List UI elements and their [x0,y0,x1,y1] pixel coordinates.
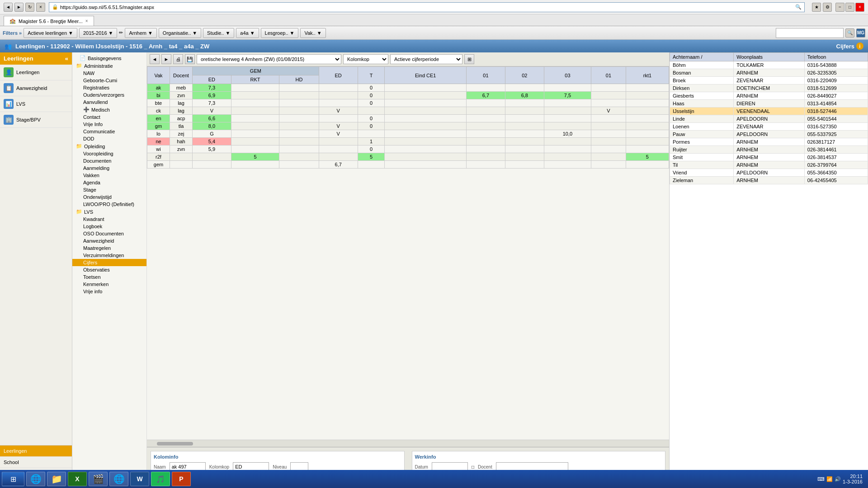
hscroll-thumb[interactable] [157,442,193,446]
sidebar-item-aanwezigheid[interactable]: 📋 Aanwezigheid [0,80,72,96]
save-button[interactable]: 💾 [185,54,195,64]
organisation-dropdown[interactable]: Organisatie.. ▼ [159,28,201,38]
tree-administratie[interactable]: 📁 Administratie [72,62,146,70]
tree-geboorte[interactable]: Geboorte-Cumi [72,77,146,84]
grades-hscrollbar[interactable] [147,440,669,447]
tree-onderwijstijd[interactable]: Onderwijstijd [72,193,146,201]
table-row[interactable]: wi zvn 5,9 0 [147,145,669,153]
tree-documenten[interactable]: Documenten [72,157,146,164]
taskbar-excel-icon[interactable]: X [68,472,87,486]
tree-ouders[interactable]: Ouders/verzorgers [72,91,146,99]
taskbar-spotify-icon[interactable]: 🎵 [151,472,170,486]
tree-basisgegevens[interactable]: 📄 Basisgegevens [72,54,146,62]
sidebar-item-lvs[interactable]: 📊 LVS [0,96,72,112]
period-dropdown[interactable]: Actieve cijferperiode [390,54,462,64]
taskbar-explorer-icon[interactable]: 📁 [47,472,66,486]
start-button[interactable]: ⊞ [2,472,24,486]
list-item[interactable]: Ruijter ARNHEM 026-3814461 [670,146,868,154]
grid-view-button[interactable]: ⊞ [464,54,474,64]
tree-contact[interactable]: Contact [72,113,146,121]
tree-opleiding[interactable]: 📁 Opleiding [72,142,146,150]
tree-vooropleiding[interactable]: Vooropleiding [72,150,146,157]
taskbar-word-icon[interactable]: W [130,472,149,486]
print-button[interactable]: 🖨 [173,54,183,64]
tree-naw[interactable]: NAW [72,70,146,77]
tree-aanwezigheid[interactable]: Aanwezigheid [72,237,146,244]
sidebar-bottom-school[interactable]: School [0,457,72,468]
browser-tab[interactable]: 🏫 Magister 5.6 - Bregtje Meer... × [4,16,94,26]
grades-table-container[interactable]: Vak Docent GEM ED T Eind CE1 01 02 03 01… [147,66,669,440]
tree-communicatie[interactable]: Communicatie [72,128,146,135]
table-row[interactable]: bi zvn 6,9 0 6,7 6,8 7,5 [147,92,669,99]
table-row[interactable]: ak meb 7,3 0 [147,84,669,92]
list-item[interactable]: Giesberts ARNHEM 026-8449027 [670,92,868,100]
list-item[interactable]: Bosman ARNHEM 026-3235305 [670,69,868,77]
settings-icon[interactable]: ⚙ [823,3,832,12]
table-row[interactable]: gem 6,7 [147,161,669,169]
sidebar-item-stage[interactable]: 🏢 Stage/BPV [0,112,72,128]
back-button[interactable]: ◄ [4,3,13,12]
refresh-button[interactable]: ↻ [25,3,34,12]
minimize-button[interactable]: − [835,3,844,12]
course-dropdown[interactable]: oretische leerweg 4 Arnhem (ZW) (01/08/2… [197,54,341,64]
favorites-icon[interactable]: ★ [812,3,821,12]
list-item[interactable]: Smit ARNHEM 026-3814537 [670,154,868,161]
study-dropdown[interactable]: Studie.. ▼ [203,28,234,38]
tree-vrije-info[interactable]: Vrije Info [72,121,146,128]
lesgroup-dropdown[interactable]: Lesgroep.. ▼ [261,28,299,38]
sidebar-bottom-leerlingen[interactable]: Leerlingen [0,446,72,457]
tree-aanvullend[interactable]: Aanvullend [72,99,146,106]
table-row[interactable]: bte lag 7,3 0 [147,99,669,107]
list-item[interactable]: Böhm TOLKAMER 0316-543888 [670,61,868,69]
list-item[interactable]: Broek ZEVENAAR 0316-220409 [670,77,868,84]
active-students-dropdown[interactable]: Actieve leerlingen ▼ [24,28,77,38]
taskbar-chrome-icon[interactable]: 🌐 [109,472,128,486]
col-telefoon[interactable]: Telefoon [804,53,868,61]
tree-registraties[interactable]: Registraties [72,84,146,91]
tree-aanmelding[interactable]: Aanmelding [72,164,146,172]
table-row[interactable]: lo zej G V 10,0 [147,130,669,138]
subject-dropdown[interactable]: Vak.. ▼ [300,28,326,38]
tree-vakken[interactable]: Vakken [72,172,146,179]
address-bar[interactable]: 🔒 https://guido.swp.nl/5.6.51.5/magister… [49,2,805,12]
tree-agenda[interactable]: Agenda [72,179,146,186]
tab-close-button[interactable]: × [85,19,88,23]
list-item[interactable]: Til ARNHEM 026-3799764 [670,161,868,169]
table-row[interactable]: en acp 6,6 0 [147,115,669,122]
tree-lvs-folder[interactable]: 📁 LVS [72,208,146,216]
sidebar-collapse-button[interactable]: « [65,55,68,62]
tree-oso[interactable]: OSO Documenten [72,230,146,237]
tree-toetsen[interactable]: Toetsen [72,273,146,281]
list-item[interactable]: Vriend APELDOORN 055-3664350 [670,169,868,177]
tree-maatregelen[interactable]: Maatregelen [72,244,146,252]
list-item[interactable]: Linde APELDOORN 055-5401544 [670,115,868,123]
class-dropdown[interactable]: a4a ▼ [236,28,259,38]
taskbar-ie-icon[interactable]: 🌐 [26,472,45,486]
taskbar-ppt-icon[interactable]: P [172,472,191,486]
tree-cijfers[interactable]: Cijfers [72,259,146,266]
tree-vrije-info2[interactable]: Vrije info [72,288,146,295]
taskbar-video-icon[interactable]: 🎬 [89,472,108,486]
col-woonplaats[interactable]: Woonplaats [734,53,805,61]
list-item[interactable]: Haas DIEREN 0313-414854 [670,100,868,108]
table-row[interactable]: ck lag V V V [147,107,669,115]
sidebar-item-leerlingen[interactable]: 👤 Leerlingen [0,65,72,80]
tree-dod[interactable]: DOD [72,135,146,142]
forward-button[interactable]: ► [14,3,24,12]
tree-verzuimmeldingen[interactable]: Verzuimmeldingen [72,252,146,259]
mg-button[interactable]: MG [856,28,865,38]
toolbar-search-icon[interactable]: 🔍 [845,28,854,38]
tree-medisch[interactable]: ➕ Medisch [72,106,146,113]
list-item[interactable]: IJsselstijn VEENENDAAL 0318-527446 [670,108,868,115]
table-row[interactable]: r2f 5 5 5 [147,153,669,161]
col-achternaam[interactable]: Achternaam / [670,53,734,61]
tree-logboek[interactable]: Logboek [72,223,146,230]
student-scroll[interactable]: Achternaam / Woonplaats Telefoon [670,52,868,472]
tree-observaties[interactable]: Observaties [72,266,146,273]
maximize-button[interactable]: □ [845,3,854,12]
view-dropdown[interactable]: Kolomkop [343,54,388,64]
tree-kwadrant[interactable]: Kwadrant [72,216,146,223]
list-item[interactable]: Pormes ARNHEM 0263817127 [670,138,868,146]
location-dropdown[interactable]: Arnhem ▼ [125,28,156,38]
table-row[interactable]: gm tla 8,0 V 0 [147,122,669,130]
